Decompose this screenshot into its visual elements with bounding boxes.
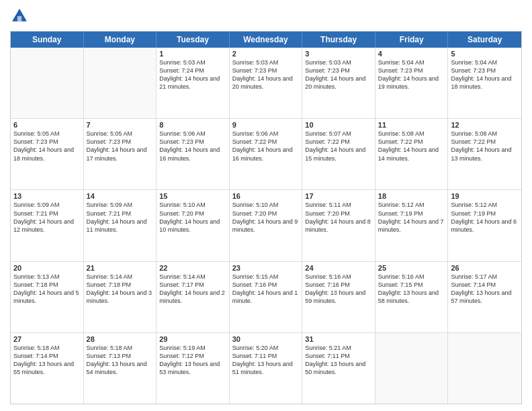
- day-number: 6: [13, 121, 81, 129]
- cell-info: Sunrise: 5:06 AMSunset: 7:23 PMDaylight:…: [159, 130, 226, 163]
- calendar-cell: 9Sunrise: 5:06 AMSunset: 7:22 PMDaylight…: [230, 119, 303, 189]
- calendar-cell: 31Sunrise: 5:21 AMSunset: 7:11 PMDayligh…: [302, 333, 375, 404]
- cell-info: Sunrise: 5:09 AMSunset: 7:21 PMDaylight:…: [87, 201, 154, 234]
- cell-info: Sunrise: 5:03 AMSunset: 7:23 PMDaylight:…: [305, 58, 372, 91]
- weekday-header: Saturday: [448, 32, 521, 48]
- cell-info: Sunrise: 5:18 AMSunset: 7:14 PMDaylight:…: [13, 344, 81, 377]
- cell-info: Sunrise: 5:05 AMSunset: 7:23 PMDaylight:…: [87, 130, 154, 163]
- day-number: 22: [159, 264, 226, 272]
- day-number: 2: [232, 50, 300, 58]
- calendar-body: 1Sunrise: 5:03 AMSunset: 7:24 PMDaylight…: [11, 48, 521, 404]
- calendar-cell: 27Sunrise: 5:18 AMSunset: 7:14 PMDayligh…: [11, 333, 84, 404]
- calendar-cell: 10Sunrise: 5:07 AMSunset: 7:22 PMDayligh…: [302, 119, 375, 189]
- cell-info: Sunrise: 5:09 AMSunset: 7:21 PMDaylight:…: [13, 201, 81, 234]
- day-number: 3: [305, 50, 372, 58]
- calendar-cell: 13Sunrise: 5:09 AMSunset: 7:21 PMDayligh…: [11, 190, 84, 261]
- logo-icon: [10, 7, 29, 26]
- calendar-cell: 14Sunrise: 5:09 AMSunset: 7:21 PMDayligh…: [84, 190, 157, 261]
- day-number: 14: [87, 192, 154, 200]
- cell-info: Sunrise: 5:16 AMSunset: 7:16 PMDaylight:…: [305, 273, 372, 306]
- calendar-cell: [448, 333, 521, 404]
- cell-info: Sunrise: 5:12 AMSunset: 7:19 PMDaylight:…: [378, 201, 445, 234]
- cell-info: Sunrise: 5:18 AMSunset: 7:13 PMDaylight:…: [87, 344, 154, 377]
- cell-info: Sunrise: 5:05 AMSunset: 7:23 PMDaylight:…: [13, 130, 81, 163]
- calendar-row: 13Sunrise: 5:09 AMSunset: 7:21 PMDayligh…: [11, 190, 521, 261]
- calendar-cell: 22Sunrise: 5:14 AMSunset: 7:17 PMDayligh…: [157, 262, 230, 332]
- cell-info: Sunrise: 5:08 AMSunset: 7:22 PMDaylight:…: [378, 130, 445, 163]
- day-number: 26: [451, 264, 519, 272]
- calendar-cell: 12Sunrise: 5:08 AMSunset: 7:22 PMDayligh…: [448, 119, 521, 189]
- calendar-cell: 24Sunrise: 5:16 AMSunset: 7:16 PMDayligh…: [302, 262, 375, 332]
- svg-rect-2: [17, 16, 21, 21]
- day-number: 10: [305, 121, 372, 129]
- weekday-header: Tuesday: [157, 32, 230, 48]
- calendar-page: SundayMondayTuesdayWednesdayThursdayFrid…: [0, 0, 532, 411]
- cell-info: Sunrise: 5:19 AMSunset: 7:12 PMDaylight:…: [159, 344, 226, 377]
- day-number: 18: [378, 192, 445, 200]
- day-number: 17: [305, 192, 372, 200]
- cell-info: Sunrise: 5:03 AMSunset: 7:23 PMDaylight:…: [232, 58, 300, 91]
- calendar-cell: 19Sunrise: 5:12 AMSunset: 7:19 PMDayligh…: [448, 190, 521, 261]
- weekday-header: Monday: [84, 32, 157, 48]
- calendar-cell: 3Sunrise: 5:03 AMSunset: 7:23 PMDaylight…: [302, 48, 375, 118]
- weekday-header: Thursday: [302, 32, 375, 48]
- calendar-cell: [375, 333, 449, 404]
- cell-info: Sunrise: 5:10 AMSunset: 7:20 PMDaylight:…: [159, 201, 226, 234]
- day-number: 13: [13, 192, 81, 200]
- cell-info: Sunrise: 5:03 AMSunset: 7:24 PMDaylight:…: [159, 58, 226, 91]
- day-number: 19: [451, 192, 519, 200]
- cell-info: Sunrise: 5:04 AMSunset: 7:23 PMDaylight:…: [451, 58, 519, 91]
- calendar-row: 6Sunrise: 5:05 AMSunset: 7:23 PMDaylight…: [11, 119, 521, 190]
- logo: [10, 7, 32, 26]
- cell-info: Sunrise: 5:08 AMSunset: 7:22 PMDaylight:…: [451, 130, 519, 163]
- day-number: 5: [451, 50, 519, 58]
- cell-info: Sunrise: 5:11 AMSunset: 7:20 PMDaylight:…: [305, 201, 372, 234]
- day-number: 27: [13, 335, 81, 343]
- calendar-cell: 29Sunrise: 5:19 AMSunset: 7:12 PMDayligh…: [157, 333, 230, 404]
- calendar-cell: 21Sunrise: 5:14 AMSunset: 7:18 PMDayligh…: [84, 262, 157, 332]
- cell-info: Sunrise: 5:21 AMSunset: 7:11 PMDaylight:…: [305, 344, 372, 377]
- cell-info: Sunrise: 5:15 AMSunset: 7:16 PMDaylight:…: [232, 273, 300, 306]
- calendar-cell: 23Sunrise: 5:15 AMSunset: 7:16 PMDayligh…: [230, 262, 303, 332]
- cell-info: Sunrise: 5:16 AMSunset: 7:15 PMDaylight:…: [378, 273, 445, 306]
- calendar-cell: 11Sunrise: 5:08 AMSunset: 7:22 PMDayligh…: [375, 119, 449, 189]
- day-number: 16: [232, 192, 300, 200]
- day-number: 4: [378, 50, 445, 58]
- day-number: 25: [378, 264, 445, 272]
- cell-info: Sunrise: 5:07 AMSunset: 7:22 PMDaylight:…: [305, 130, 372, 163]
- calendar: SundayMondayTuesdayWednesdayThursdayFrid…: [10, 31, 522, 404]
- cell-info: Sunrise: 5:10 AMSunset: 7:20 PMDaylight:…: [232, 201, 300, 234]
- day-number: 20: [13, 264, 81, 272]
- calendar-row: 27Sunrise: 5:18 AMSunset: 7:14 PMDayligh…: [11, 333, 521, 404]
- cell-info: Sunrise: 5:04 AMSunset: 7:23 PMDaylight:…: [378, 58, 445, 91]
- cell-info: Sunrise: 5:17 AMSunset: 7:14 PMDaylight:…: [451, 273, 519, 306]
- day-number: 21: [87, 264, 154, 272]
- calendar-cell: 8Sunrise: 5:06 AMSunset: 7:23 PMDaylight…: [157, 119, 230, 189]
- calendar-cell: 20Sunrise: 5:13 AMSunset: 7:18 PMDayligh…: [11, 262, 84, 332]
- calendar-cell: 26Sunrise: 5:17 AMSunset: 7:14 PMDayligh…: [448, 262, 521, 332]
- calendar-row: 1Sunrise: 5:03 AMSunset: 7:24 PMDaylight…: [11, 48, 521, 119]
- calendar-cell: 6Sunrise: 5:05 AMSunset: 7:23 PMDaylight…: [11, 119, 84, 189]
- day-number: 8: [159, 121, 226, 129]
- day-number: 11: [378, 121, 445, 129]
- calendar-cell: 1Sunrise: 5:03 AMSunset: 7:24 PMDaylight…: [157, 48, 230, 118]
- day-number: 29: [159, 335, 226, 343]
- calendar-cell: 5Sunrise: 5:04 AMSunset: 7:23 PMDaylight…: [448, 48, 521, 118]
- day-number: 28: [87, 335, 154, 343]
- weekday-header: Friday: [375, 32, 449, 48]
- calendar-cell: 28Sunrise: 5:18 AMSunset: 7:13 PMDayligh…: [84, 333, 157, 404]
- day-number: 23: [232, 264, 300, 272]
- day-number: 7: [87, 121, 154, 129]
- calendar-cell: [84, 48, 157, 118]
- calendar-header: SundayMondayTuesdayWednesdayThursdayFrid…: [11, 32, 521, 48]
- day-number: 9: [232, 121, 300, 129]
- weekday-header: Wednesday: [230, 32, 303, 48]
- calendar-cell: 16Sunrise: 5:10 AMSunset: 7:20 PMDayligh…: [230, 190, 303, 261]
- calendar-cell: [11, 48, 84, 118]
- cell-info: Sunrise: 5:14 AMSunset: 7:18 PMDaylight:…: [87, 273, 154, 306]
- calendar-cell: 4Sunrise: 5:04 AMSunset: 7:23 PMDaylight…: [375, 48, 449, 118]
- cell-info: Sunrise: 5:14 AMSunset: 7:17 PMDaylight:…: [159, 273, 226, 306]
- calendar-cell: 15Sunrise: 5:10 AMSunset: 7:20 PMDayligh…: [157, 190, 230, 261]
- calendar-cell: 30Sunrise: 5:20 AMSunset: 7:11 PMDayligh…: [230, 333, 303, 404]
- cell-info: Sunrise: 5:06 AMSunset: 7:22 PMDaylight:…: [232, 130, 300, 163]
